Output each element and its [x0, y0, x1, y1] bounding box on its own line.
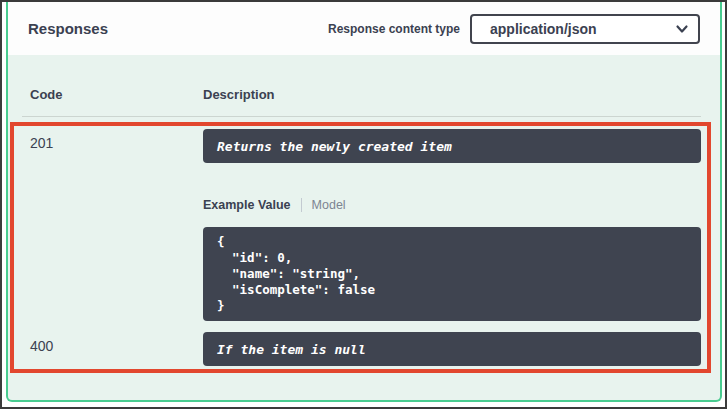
responses-rows: 201 Returns the newly created item Examp…: [22, 129, 701, 366]
tab-separator: [301, 198, 302, 212]
response-400-description-box: If the item is null: [203, 332, 701, 366]
example-model-tabs: Example Value Model: [203, 197, 701, 213]
response-400-details: If the item is null: [203, 332, 701, 366]
responses-header: Responses Response content type applicat…: [8, 2, 720, 55]
response-row-400: 400 If the item is null: [30, 332, 701, 366]
swagger-responses-screenshot: Responses Response content type applicat…: [0, 0, 727, 409]
content-type-select[interactable]: application/json: [470, 14, 700, 44]
response-201-description: Returns the newly created item: [217, 139, 452, 154]
example-value-code-block: { "id": 0, "name": "string", "isComplete…: [203, 227, 701, 321]
tab-model[interactable]: Model: [312, 198, 346, 212]
response-201-description-box: Returns the newly created item: [203, 129, 701, 163]
responses-title: Responses: [28, 20, 108, 37]
responses-table-head: Code Description: [22, 55, 701, 117]
response-code-400: 400: [30, 332, 203, 366]
response-content-type-group: Response content type application/json: [328, 14, 700, 44]
response-content-type-label: Response content type: [328, 22, 460, 36]
response-row-201: 201 Returns the newly created item Examp…: [30, 129, 701, 321]
responses-body: Code Description 201 Returns the newly c…: [8, 55, 720, 366]
response-code-201: 201: [30, 129, 203, 321]
response-201-details: Returns the newly created item Example V…: [203, 129, 701, 321]
responses-panel: Responses Response content type applicat…: [6, 2, 722, 402]
description-column-header: Description: [203, 87, 701, 102]
code-column-header: Code: [30, 87, 203, 102]
example-json: { "id": 0, "name": "string", "isComplete…: [217, 234, 687, 314]
content-type-select-wrap: application/json: [470, 14, 700, 44]
response-400-description: If the item is null: [217, 342, 366, 357]
tab-example-value[interactable]: Example Value: [203, 198, 291, 212]
